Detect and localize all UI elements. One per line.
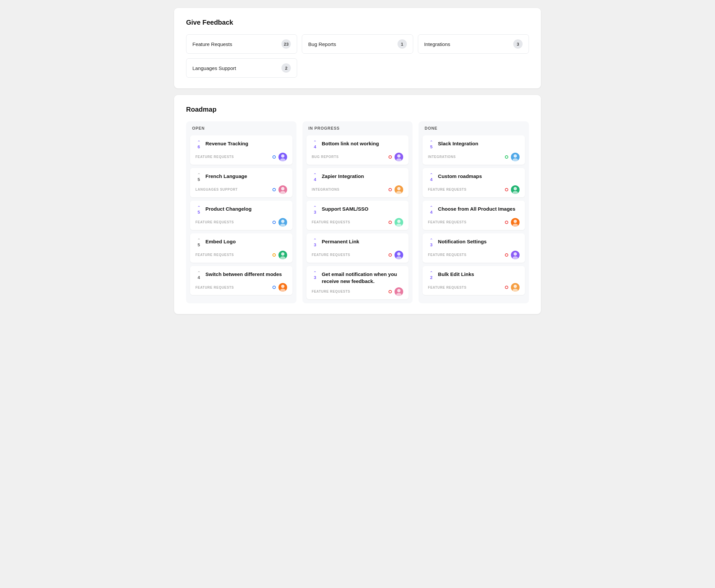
svg-point-26 <box>514 252 517 256</box>
feedback-item-label: Feature Requests <box>192 41 232 47</box>
vote-chevron-icon: ⌃ <box>197 140 201 144</box>
roadmap-card[interactable]: ⌃ 3 Support SAML/SSO FEATURE REQUESTS <box>306 201 409 230</box>
svg-point-13 <box>396 191 402 194</box>
avatar <box>394 287 403 296</box>
vote-count: 5 <box>430 144 432 150</box>
page-wrapper: Give Feedback Feature Requests 23 Bug Re… <box>174 8 541 314</box>
vote-chevron-icon: ⌃ <box>197 205 201 210</box>
svg-point-16 <box>397 252 401 256</box>
svg-point-5 <box>280 224 285 227</box>
card-bottom: INTEGRATIONS <box>312 185 404 194</box>
roadmap-card[interactable]: ⌃ 3 Notification Settings FEATURE REQUES… <box>423 233 525 262</box>
tag-label: INTEGRATIONS <box>312 188 340 191</box>
svg-point-14 <box>397 220 401 223</box>
roadmap-column: DONE ⌃ 5 Slack Integration INTEGRATIONS <box>418 121 529 303</box>
card-title: Choose from All Product Images <box>438 205 519 212</box>
avatar <box>511 251 519 259</box>
vote-section: ⌃ 5 <box>196 173 202 183</box>
roadmap-card[interactable]: ⌃ 4 Custom roadmaps FEATURE REQUESTS <box>423 168 525 197</box>
feedback-item-label: Bug Reports <box>308 41 336 47</box>
avatar <box>279 251 287 259</box>
status-dot <box>272 188 276 191</box>
card-bottom: FEATURE REQUESTS <box>312 218 404 227</box>
svg-point-18 <box>397 289 401 292</box>
tag-label: FEATURE REQUESTS <box>428 220 466 224</box>
roadmap-card[interactable]: ⌃ 2 Bulk Edit Links FEATURE REQUESTS <box>423 266 525 295</box>
vote-chevron-icon: ⌃ <box>430 173 433 177</box>
vote-section: ⌃ 4 <box>196 271 202 281</box>
vote-chevron-icon: ⌃ <box>313 140 317 144</box>
roadmap-card[interactable]: ⌃ 5 French Language LANGUAGES SUPPORT <box>190 168 292 197</box>
vote-count: 3 <box>314 210 316 215</box>
card-title: Get email notification when you receive … <box>322 271 404 285</box>
feedback-item[interactable]: Feature Requests 23 <box>186 34 297 54</box>
vote-count: 2 <box>430 275 432 281</box>
column-header: DONE <box>418 121 529 135</box>
tag-label: LANGUAGES SUPPORT <box>196 188 238 191</box>
status-dot <box>389 220 392 224</box>
status-dot <box>505 220 508 224</box>
card-title: Permanent Link <box>322 238 404 245</box>
card-bottom: FEATURE REQUESTS <box>196 283 287 292</box>
card-bottom: FEATURE REQUESTS <box>196 251 287 259</box>
card-top: ⌃ 5 French Language <box>196 173 287 183</box>
card-top: ⌃ 4 Bottom link not working <box>312 140 404 150</box>
status-dot <box>272 155 276 159</box>
card-top: ⌃ 4 Switch between different modes <box>196 271 287 281</box>
roadmap-card[interactable]: ⌃ 3 Get email notification when you rece… <box>306 266 409 299</box>
avatar <box>511 153 519 161</box>
avatar <box>511 283 519 292</box>
vote-count: 4 <box>430 177 432 183</box>
status-dot <box>272 220 276 224</box>
card-title: French Language <box>205 173 287 180</box>
card-bottom: LANGUAGES SUPPORT <box>196 185 287 194</box>
status-dot <box>389 290 392 293</box>
status-dot <box>272 286 276 289</box>
vote-chevron-icon: ⌃ <box>313 205 317 210</box>
card-bottom: FEATURE REQUESTS <box>196 153 287 161</box>
feedback-item[interactable]: Languages Support 2 <box>186 58 297 78</box>
card-bottom: BUG REPORTS <box>312 153 404 161</box>
tag-label: BUG REPORTS <box>312 155 339 159</box>
card-top: ⌃ 6 Revenue Tracking <box>196 140 287 150</box>
roadmap-card[interactable]: ⌃ 3 Permanent Link FEATURE REQUESTS <box>306 233 409 262</box>
card-title: Custom roadmaps <box>438 173 519 180</box>
feedback-section: Give Feedback Feature Requests 23 Bug Re… <box>174 8 541 88</box>
tag-label: FEATURE REQUESTS <box>428 188 466 191</box>
tag-label: FEATURE REQUESTS <box>428 253 466 257</box>
card-top: ⌃ 3 Notification Settings <box>428 238 519 248</box>
svg-point-15 <box>396 224 402 227</box>
roadmap-card[interactable]: ⌃ 4 Bottom link not working BUG REPORTS <box>306 135 409 165</box>
feedback-item-label: Languages Support <box>192 65 236 71</box>
card-title: Revenue Tracking <box>205 140 287 147</box>
vote-chevron-icon: ⌃ <box>430 238 433 242</box>
card-top: ⌃ 3 Support SAML/SSO <box>312 205 404 215</box>
vote-section: ⌃ 5 <box>428 140 434 150</box>
avatar <box>394 251 403 259</box>
vote-section: ⌃ 2 <box>428 271 434 281</box>
vote-chevron-icon: ⌃ <box>197 173 201 177</box>
svg-point-2 <box>281 187 284 190</box>
avatar <box>279 185 287 194</box>
tag-label: FEATURE REQUESTS <box>312 220 350 224</box>
vote-section: ⌃ 4 <box>428 205 434 215</box>
feedback-item[interactable]: Bug Reports 1 <box>302 34 413 54</box>
card-title: Embed Logo <box>205 238 287 245</box>
vote-chevron-icon: ⌃ <box>313 238 317 242</box>
roadmap-card[interactable]: ⌃ 5 Product Changelog FEATURE REQUESTS <box>190 201 292 230</box>
card-top: ⌃ 5 Product Changelog <box>196 205 287 215</box>
card-top: ⌃ 4 Zapier Integration <box>312 173 404 183</box>
roadmap-card[interactable]: ⌃ 4 Choose from All Product Images FEATU… <box>423 201 525 230</box>
roadmap-card[interactable]: ⌃ 6 Revenue Tracking FEATURE REQUESTS <box>190 135 292 165</box>
cards-list: ⌃ 5 Slack Integration INTEGRATIONS ⌃ <box>418 135 529 295</box>
column-header: IN PROGRESS <box>303 121 413 135</box>
feedback-item-count: 3 <box>513 39 523 49</box>
roadmap-card[interactable]: ⌃ 4 Zapier Integration INTEGRATIONS <box>306 168 409 197</box>
roadmap-card[interactable]: ⌃ 5 Embed Logo FEATURE REQUESTS <box>190 233 292 262</box>
svg-point-17 <box>396 256 402 259</box>
roadmap-card[interactable]: ⌃ 5 Slack Integration INTEGRATIONS <box>423 135 525 165</box>
vote-count: 4 <box>314 177 316 183</box>
roadmap-card[interactable]: ⌃ 4 Switch between different modes FEATU… <box>190 266 292 295</box>
avatar <box>279 218 287 227</box>
feedback-item[interactable]: Integrations 3 <box>418 34 529 54</box>
